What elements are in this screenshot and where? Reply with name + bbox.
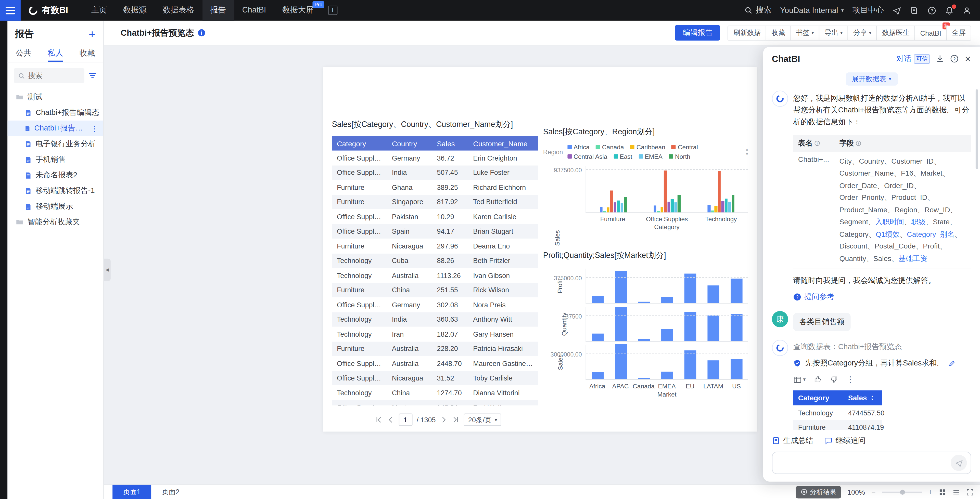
result-row[interactable]: Technology4744557.50: [793, 406, 882, 420]
quick-action-button[interactable]: 生成总结: [772, 435, 813, 446]
action-button[interactable]: 导出▾: [819, 25, 848, 40]
nav-item-2[interactable]: 数据源: [115, 0, 155, 21]
bar[interactable]: [711, 211, 714, 212]
bar[interactable]: [728, 202, 731, 212]
bar[interactable]: [592, 296, 604, 303]
bar[interactable]: [615, 271, 627, 303]
bar[interactable]: [707, 285, 719, 303]
edit-pencil-icon[interactable]: [948, 360, 955, 367]
bar[interactable]: [684, 311, 697, 341]
bar[interactable]: [732, 194, 735, 212]
bar[interactable]: [654, 205, 657, 213]
action-button[interactable]: 数据医生: [877, 25, 915, 40]
sidebar-report-item[interactable]: 移动端跳转报告-1: [7, 183, 103, 199]
sidebar-folder[interactable]: 智能分析收藏夹: [7, 215, 103, 230]
legend-item[interactable]: North: [669, 153, 690, 160]
page-tab[interactable]: 页面1: [113, 485, 151, 499]
sidebar-search[interactable]: [14, 68, 84, 83]
action-button[interactable]: 全屏: [947, 25, 971, 40]
chat-input[interactable]: [779, 458, 951, 467]
bar[interactable]: [664, 170, 667, 212]
bar[interactable]: [603, 211, 606, 213]
bar[interactable]: [617, 200, 620, 213]
bar[interactable]: [661, 297, 673, 303]
help-icon[interactable]: ?: [950, 54, 959, 63]
zoom-in-button[interactable]: +: [928, 488, 932, 496]
info-icon[interactable]: i: [856, 140, 861, 146]
legend-item[interactable]: Central: [671, 144, 698, 151]
sidebar-report-item[interactable]: 手机销售: [7, 152, 103, 167]
bar[interactable]: [638, 378, 650, 379]
table-row[interactable]: Office SuppliesGermany36.72Erin Creighto…: [332, 151, 538, 165]
nav-item-4[interactable]: 报告: [202, 0, 234, 21]
legend-item[interactable]: Caribbean: [630, 144, 665, 151]
bar[interactable]: [624, 197, 627, 212]
zoom-slider[interactable]: [882, 491, 922, 493]
table-row[interactable]: TechnologyIran182.07Gary Hansen: [332, 327, 538, 342]
nav-item-3[interactable]: 数据表格: [155, 0, 202, 21]
search-input[interactable]: [28, 72, 78, 79]
action-button[interactable]: 分享▾: [848, 25, 877, 40]
bar[interactable]: [600, 207, 603, 212]
bar[interactable]: [674, 202, 677, 212]
scrollbar[interactable]: [976, 89, 978, 169]
docs-icon[interactable]: [910, 6, 919, 14]
bar[interactable]: [614, 203, 616, 213]
thumbs-down-icon[interactable]: [830, 376, 838, 384]
info-icon[interactable]: i: [815, 140, 820, 146]
sort-filter-icon[interactable]: [88, 71, 97, 80]
legend-scroll[interactable]: ▴▾: [746, 146, 748, 157]
expand-tables-button[interactable]: 展开数据表 ▾: [846, 72, 897, 85]
action-button[interactable]: 书签▾: [790, 25, 819, 40]
workspace-switcher[interactable]: YouData Internal ▾: [780, 6, 843, 14]
table-row[interactable]: Office SuppliesAustralia2448.70Maureen G…: [332, 356, 538, 371]
table-row[interactable]: FurnitureNicaragua297.96Deanra Eno: [332, 238, 538, 253]
sidebar-report-item[interactable]: 电子银行业务分析: [7, 136, 103, 152]
action-button[interactable]: 收藏: [766, 25, 791, 40]
bar[interactable]: [638, 302, 650, 303]
action-button[interactable]: 刷新数据: [728, 25, 767, 40]
user-avatar-icon[interactable]: [963, 6, 971, 14]
bar[interactable]: [707, 360, 719, 379]
nav-item-6[interactable]: 数据大屏Pro: [274, 0, 321, 21]
bar[interactable]: [721, 201, 724, 212]
bar[interactable]: [730, 359, 743, 379]
bar[interactable]: [718, 171, 721, 213]
download-icon[interactable]: [935, 54, 944, 63]
legend-item[interactable]: Africa: [567, 144, 590, 151]
sidebar-folder[interactable]: 测试: [7, 89, 103, 105]
table-row[interactable]: FurnitureSingapore817.92Ted Butterfield: [332, 194, 538, 209]
sidebar-collapse-handle[interactable]: ◀: [104, 259, 111, 281]
info-icon[interactable]: [197, 29, 206, 37]
table-row[interactable]: TechnologyAustralia1113.26Ivan Gibson: [332, 268, 538, 283]
legend-item[interactable]: Central Asia: [567, 153, 608, 160]
nav-item-5[interactable]: ChatBI: [234, 0, 274, 21]
quick-action-button[interactable]: 继续追问: [824, 435, 866, 446]
nav-add-button[interactable]: +: [328, 6, 337, 15]
result-row[interactable]: Furniture4110874.19: [793, 420, 882, 430]
action-button[interactable]: ChatBI新: [915, 25, 947, 40]
list-view-icon[interactable]: [953, 488, 960, 496]
fullscreen-icon[interactable]: [966, 488, 974, 496]
notifications-bell-icon[interactable]: [945, 6, 954, 14]
page-size-select[interactable]: 20条/页 ▾: [464, 413, 501, 426]
bar[interactable]: [730, 278, 743, 303]
last-page-icon[interactable]: [452, 416, 459, 423]
bar[interactable]: [661, 372, 673, 379]
column-header[interactable]: Country: [387, 140, 432, 147]
bar[interactable]: [657, 211, 660, 213]
bar[interactable]: [668, 202, 670, 212]
tab-public[interactable]: 公共: [16, 45, 31, 62]
legend-item[interactable]: East: [614, 153, 632, 160]
send-icon[interactable]: [951, 455, 967, 471]
grid-view-icon[interactable]: [939, 488, 946, 496]
table-row[interactable]: TechnologyChina1274.70Dianna Vittorini: [332, 385, 538, 400]
table-row[interactable]: FurnitureAustralia228.20Patricia Hirasak…: [332, 341, 538, 356]
sidebar-report-item[interactable]: Chatbi+报告编辑态: [7, 105, 103, 121]
sidebar-report-item[interactable]: 移动端展示: [7, 199, 103, 214]
bar[interactable]: [714, 206, 718, 212]
table-row[interactable]: Office SuppliesSpain94.17Brian Stugart: [332, 224, 538, 239]
next-page-icon[interactable]: [440, 416, 447, 423]
bar[interactable]: [707, 315, 719, 341]
bar[interactable]: [592, 372, 604, 379]
